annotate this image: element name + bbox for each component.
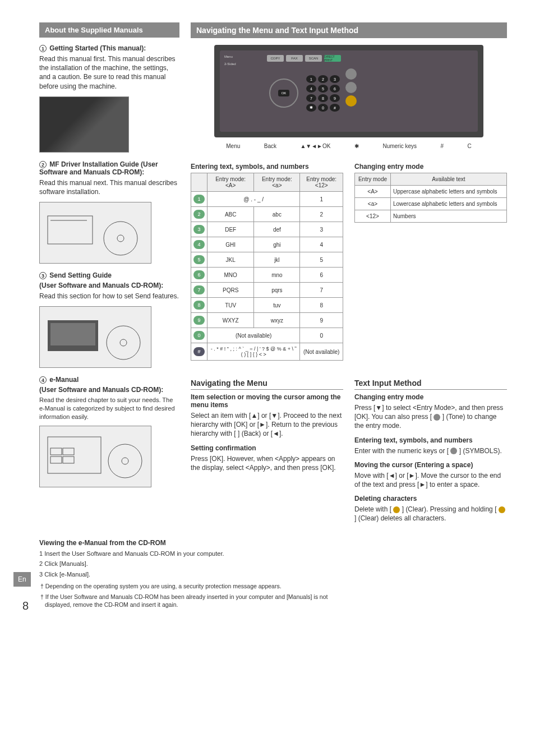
step: 2 Click [Manuals]. <box>39 559 353 569</box>
td: <a> <box>355 198 391 210</box>
text-input-block: Text Input Method Changing entry mode Pr… <box>354 374 507 529</box>
td: 6 <box>300 268 343 283</box>
th-a: Entry mode: <a> <box>254 173 300 192</box>
text-input-heading: Text Input Method <box>354 379 507 390</box>
svg-point-3 <box>117 235 124 242</box>
td: JKL <box>207 252 254 268</box>
td: <A> <box>355 186 391 198</box>
panel-labels: Menu Back ▲▼◄►OK ✱ Numeric keys # C <box>214 143 483 149</box>
item-select-heading: Item selection or moving the cursor amon… <box>191 393 343 409</box>
bottom-section: Viewing the e-Manual from the CD-ROM 1 I… <box>39 539 353 610</box>
step: 3 Click [e-Manual]. <box>39 570 353 579</box>
manual1-title-text: Getting Started (This manual): <box>49 44 146 52</box>
cdrom-icon <box>42 309 149 365</box>
tables-row: Entering text, symbols, and numbers Entr… <box>191 159 507 368</box>
t-del-heading: Deleting characters <box>354 495 507 503</box>
main-columns: About the Supplied Manuals 1 Getting Sta… <box>39 22 507 529</box>
key-0-icon: 0 <box>193 331 205 340</box>
setting-confirm-body: Press [OK]. However, when <Apply> appear… <box>191 454 343 472</box>
nav-menu-block: Navigating the Menu Item selection or mo… <box>191 374 343 529</box>
item-select-body: Select an item with [▲] or [▼]. Proceed … <box>191 411 343 439</box>
td: MNO <box>207 268 254 283</box>
manual4-body: Read the desired chapter to suit your ne… <box>39 396 179 421</box>
footnote-1: † Depending on the operating system you … <box>39 582 353 591</box>
mode-table-block: Changing entry mode Entry modeAvailable … <box>354 159 507 368</box>
t-del-body: Delete with [ ] (Clear). Pressing and ho… <box>354 505 507 523</box>
manual4-title-text: e-Manual <box>49 376 79 384</box>
key-9-icon: 9 <box>193 316 205 325</box>
t-move-body: Move with [◄] or [►]. Move the cursor to… <box>354 471 507 489</box>
manual3-illustration <box>39 306 151 368</box>
svg-rect-5 <box>50 323 95 345</box>
th-blank <box>191 173 207 192</box>
td: <12> <box>355 210 391 223</box>
right-column: Navigating the Menu and Text Input Metho… <box>191 22 507 529</box>
key-3-icon: 3 <box>193 225 205 234</box>
td: - . * # ! " , ; : ^ ` _ = / | ' ? $ @ % … <box>207 343 300 361</box>
svg-point-13 <box>108 444 142 478</box>
manual2-title: 2 MF Driver Installation Guide (User Sof… <box>39 160 179 176</box>
td: Uppercase alphabetic letters and symbols <box>390 186 506 198</box>
svg-point-7 <box>120 339 127 346</box>
svg-point-14 <box>122 458 128 464</box>
td: (Not available) <box>300 343 343 361</box>
td: 9 <box>300 313 343 328</box>
entry-table-block: Entering text, symbols, and numbers Entr… <box>191 159 343 368</box>
td: def <box>254 222 300 237</box>
manual2-illustration <box>39 202 151 264</box>
clear-icon <box>393 506 400 513</box>
key-8-icon: 8 <box>193 301 205 310</box>
key-6-icon: 6 <box>193 270 205 279</box>
key-5-icon: 5 <box>193 255 205 264</box>
tone-icon <box>433 414 440 421</box>
td: PQRS <box>207 283 254 298</box>
changing-mode-heading: Changing entry mode <box>354 163 507 170</box>
manual1-illustration <box>39 96 129 153</box>
key-4-icon: 4 <box>193 240 205 249</box>
td: tuv <box>254 298 300 313</box>
svg-rect-9 <box>50 448 62 455</box>
manual1-body: Read this manual first. This manual desc… <box>39 54 179 91</box>
setting-confirm-heading: Setting confirmation <box>191 444 343 452</box>
svg-rect-12 <box>63 457 74 463</box>
item-select-text: Select an item with [▲] or [▼]. Proceed … <box>191 412 342 437</box>
td: @ . - _ / <box>207 192 300 207</box>
t-move-heading: Moving the cursor (Entering a space) <box>354 461 507 469</box>
symbols-icon <box>450 448 457 454</box>
panel-label: Back <box>264 143 276 149</box>
td: 1 <box>300 192 343 207</box>
manual1-title: 1 Getting Started (This manual): <box>39 44 179 52</box>
cdrom-icon <box>42 205 149 261</box>
panel-label: ✱ <box>354 143 359 149</box>
manual4-subtitle: (User Software and Manuals CD-ROM): <box>39 386 179 394</box>
td: GHI <box>207 237 254 252</box>
svg-point-6 <box>107 326 140 359</box>
td: ghi <box>254 237 300 252</box>
manual3-subtitle: (User Software and Manuals CD-ROM): <box>39 282 179 289</box>
t-enter-body: Enter with the numeric keys or [ ] (SYMB… <box>354 446 507 455</box>
clear-icon <box>499 506 505 513</box>
td: wxyz <box>254 313 300 328</box>
t-change-body: Press [▼] to select <Entry Mode>, and th… <box>354 403 507 431</box>
footnote-2: † If the User Software and Manuals CD-RO… <box>39 593 353 609</box>
key-2-icon: 2 <box>193 210 205 219</box>
manual3-title: 3 Send Setting Guide <box>39 271 179 279</box>
key-hash-icon: # <box>193 347 205 356</box>
step: 1 Insert the User Software and Manuals C… <box>39 549 353 559</box>
td: jkl <box>254 252 300 268</box>
td: 5 <box>300 252 343 268</box>
td: Lowercase alphabetic letters and symbols <box>390 198 506 210</box>
svg-point-2 <box>104 222 137 255</box>
th-A: Entry mode: <A> <box>207 173 254 192</box>
td: pqrs <box>254 283 300 298</box>
left-banner: About the Supplied Manuals <box>39 22 179 38</box>
td: mno <box>254 268 300 283</box>
bottom-text-row: Navigating the Menu Item selection or mo… <box>191 374 507 529</box>
entering-heading: Entering text, symbols, and numbers <box>191 163 343 170</box>
right-banner: Navigating the Menu and Text Input Metho… <box>191 22 507 38</box>
t-change-heading: Changing entry mode <box>354 393 507 401</box>
view-emanual-steps: 1 Insert the User Software and Manuals C… <box>39 549 353 579</box>
td: 7 <box>300 283 343 298</box>
language-tab: En <box>13 572 31 587</box>
panel-label: C <box>467 143 471 149</box>
